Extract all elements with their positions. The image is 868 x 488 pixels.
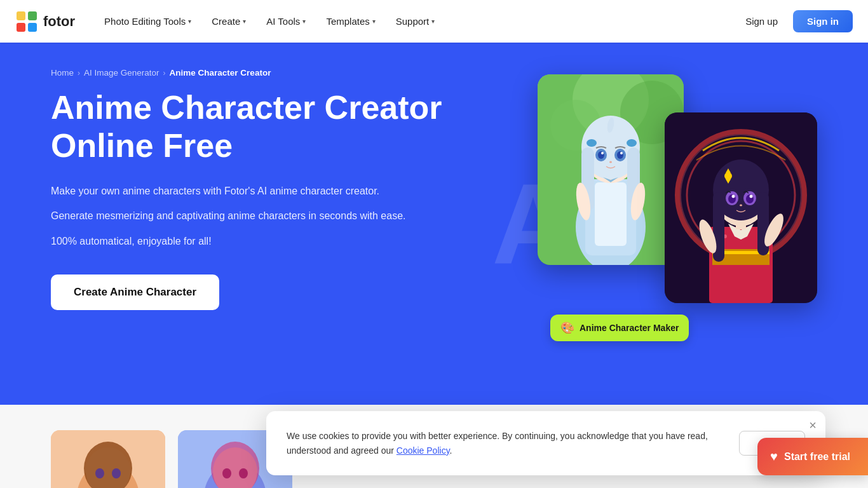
- breadcrumb-sep-2: ›: [163, 69, 166, 78]
- preview-card-1: [51, 430, 165, 488]
- breadcrumb-current: Anime Character Creator: [170, 68, 271, 78]
- nav-item-ai-tools[interactable]: AI Tools ▾: [257, 11, 315, 32]
- nav-item-templates[interactable]: Templates ▾: [317, 11, 384, 32]
- svg-rect-4: [28, 23, 37, 32]
- chevron-down-icon: ▾: [302, 18, 306, 25]
- svg-point-49: [732, 195, 735, 198]
- signin-button[interactable]: Sign in: [793, 10, 853, 32]
- svg-rect-1: [17, 11, 25, 20]
- cookie-close-button[interactable]: ×: [809, 419, 817, 431]
- hero-desc-1: Make your own anime characters with Foto…: [51, 183, 442, 200]
- svg-point-64: [222, 468, 231, 478]
- nav-photo-label: Photo Editing Tools: [104, 16, 186, 27]
- nav-support-label: Support: [396, 16, 430, 27]
- svg-point-58: [95, 468, 104, 478]
- svg-rect-2: [28, 11, 37, 20]
- svg-point-19: [627, 139, 637, 147]
- preview-svg-1: [51, 430, 165, 488]
- nav-templates-label: Templates: [326, 16, 369, 27]
- svg-point-18: [587, 139, 597, 147]
- svg-rect-3: [17, 23, 25, 32]
- svg-rect-11: [595, 182, 627, 246]
- chevron-down-icon: ▾: [431, 18, 435, 25]
- nav-links: Photo Editing Tools ▾ Create ▾ AI Tools …: [95, 11, 738, 32]
- breadcrumb-sep-1: ›: [78, 69, 80, 78]
- logo[interactable]: fotor: [15, 10, 75, 33]
- hero-title-line1: Anime Character Creator: [51, 89, 442, 126]
- start-free-trial-button[interactable]: ♥ Start free trial: [757, 438, 868, 475]
- hero-images: 🎨 Anime Character Maker: [538, 62, 843, 379]
- chevron-down-icon: ▾: [188, 18, 191, 25]
- chevron-down-icon: ▾: [372, 18, 376, 25]
- breadcrumb: Home › AI Image Generator › Anime Charac…: [51, 68, 442, 78]
- chevron-down-icon: ▾: [243, 18, 246, 25]
- svg-point-44: [724, 172, 732, 180]
- hero-title: Anime Character Creator Online Free: [51, 89, 442, 165]
- cookie-policy-link[interactable]: Cookie Policy: [397, 445, 450, 456]
- signup-button[interactable]: Sign up: [738, 11, 785, 32]
- logo-text: fotor: [43, 13, 75, 30]
- svg-point-25: [620, 152, 623, 154]
- navbar: fotor Photo Editing Tools ▾ Create ▾ AI …: [0, 0, 868, 43]
- anime-card-1: [538, 74, 684, 265]
- hero-desc-2: Generate mesmerizing and captivating ani…: [51, 208, 442, 224]
- nav-create-label: Create: [212, 16, 240, 27]
- hero-section: Home › AI Image Generator › Anime Charac…: [0, 43, 868, 405]
- hero-content: Home › AI Image Generator › Anime Charac…: [51, 68, 442, 310]
- svg-point-51: [740, 205, 742, 207]
- cookie-text-suffix: .: [450, 445, 452, 456]
- trial-label: Start free trial: [784, 451, 850, 463]
- anime-card-2: [665, 112, 817, 303]
- cookie-banner: × We use cookies to provide you with bet…: [266, 411, 825, 475]
- create-anime-button[interactable]: Create Anime Character: [51, 274, 219, 310]
- hero-desc-3: 100% automatical, enjoyable for all!: [51, 233, 442, 250]
- hero-title-line2: Online Free: [51, 127, 233, 164]
- cookie-text: We use cookies to provide you with bette…: [287, 429, 724, 458]
- cookie-text-content: We use cookies to provide you with bette…: [287, 431, 708, 455]
- breadcrumb-ai-image[interactable]: AI Image Generator: [84, 68, 159, 78]
- breadcrumb-home[interactable]: Home: [51, 68, 74, 78]
- nav-item-photo-editing[interactable]: Photo Editing Tools ▾: [95, 11, 200, 32]
- nav-item-support[interactable]: Support ▾: [387, 11, 444, 32]
- nav-ai-label: AI Tools: [266, 16, 300, 27]
- svg-point-65: [239, 468, 248, 478]
- anime-char-2-svg: [665, 112, 817, 303]
- svg-point-24: [601, 152, 604, 154]
- svg-point-26: [609, 161, 612, 163]
- heart-icon: ♥: [770, 449, 778, 464]
- svg-point-59: [112, 468, 121, 478]
- nav-item-create[interactable]: Create ▾: [203, 11, 255, 32]
- svg-point-50: [750, 195, 753, 198]
- badge-label: Anime Character Maker: [580, 323, 679, 333]
- anime-character-maker-badge[interactable]: 🎨 Anime Character Maker: [550, 315, 689, 341]
- nav-auth: Sign up Sign in: [738, 10, 853, 32]
- logo-icon: [15, 10, 38, 33]
- badge-icon: 🎨: [560, 321, 574, 335]
- anime-char-1-svg: [538, 74, 684, 265]
